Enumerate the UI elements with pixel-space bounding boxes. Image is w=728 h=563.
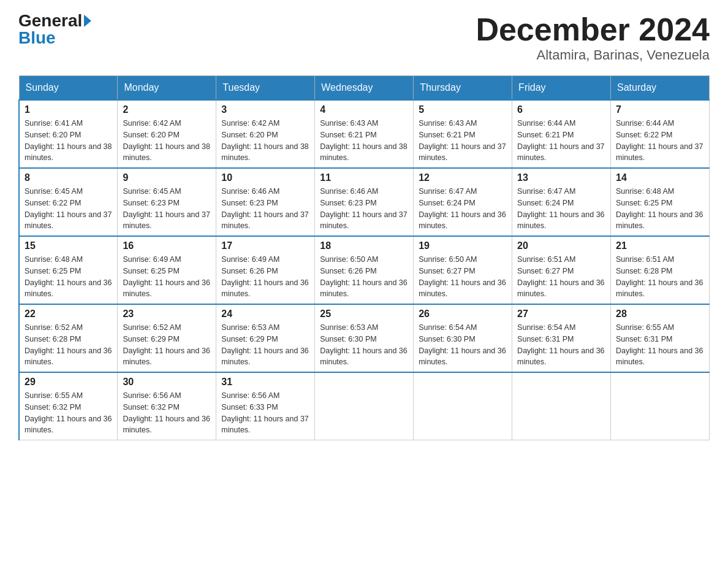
day-info: Sunrise: 6:48 AMSunset: 6:25 PMDaylight:… [616,186,704,232]
column-header-saturday: Saturday [611,76,710,101]
day-number: 6 [517,104,605,115]
day-number: 16 [123,240,211,251]
day-info: Sunrise: 6:41 AMSunset: 6:20 PMDaylight:… [25,118,112,164]
day-info: Sunrise: 6:55 AMSunset: 6:32 PMDaylight:… [25,390,112,436]
calendar-week-row: 22Sunrise: 6:52 AMSunset: 6:28 PMDayligh… [19,304,710,372]
calendar-cell: 22Sunrise: 6:52 AMSunset: 6:28 PMDayligh… [19,304,118,372]
day-number: 19 [419,240,507,251]
calendar-cell: 5Sunrise: 6:43 AMSunset: 6:21 PMDaylight… [414,100,512,168]
day-number: 2 [123,104,211,115]
day-info: Sunrise: 6:50 AMSunset: 6:27 PMDaylight:… [419,254,507,300]
day-info: Sunrise: 6:55 AMSunset: 6:31 PMDaylight:… [616,322,704,368]
column-header-friday: Friday [512,76,611,101]
calendar-header-row: SundayMondayTuesdayWednesdayThursdayFrid… [19,76,710,101]
calendar-cell: 27Sunrise: 6:54 AMSunset: 6:31 PMDayligh… [512,304,611,372]
day-info: Sunrise: 6:56 AMSunset: 6:32 PMDaylight:… [123,390,211,436]
day-info: Sunrise: 6:43 AMSunset: 6:21 PMDaylight:… [419,118,507,164]
day-number: 22 [25,308,112,320]
calendar-cell: 29Sunrise: 6:55 AMSunset: 6:32 PMDayligh… [19,372,118,440]
day-info: Sunrise: 6:45 AMSunset: 6:22 PMDaylight:… [25,186,112,232]
calendar-cell: 30Sunrise: 6:56 AMSunset: 6:32 PMDayligh… [118,372,216,440]
logo-general-text: General [18,12,82,29]
day-number: 7 [616,104,704,115]
day-number: 29 [25,377,112,388]
day-number: 30 [123,377,211,388]
day-info: Sunrise: 6:54 AMSunset: 6:30 PMDaylight:… [419,322,507,368]
day-number: 3 [221,104,309,115]
day-info: Sunrise: 6:53 AMSunset: 6:29 PMDaylight:… [221,322,309,368]
day-number: 5 [419,104,507,115]
calendar-cell: 19Sunrise: 6:50 AMSunset: 6:27 PMDayligh… [414,236,512,304]
calendar-cell: 13Sunrise: 6:47 AMSunset: 6:24 PMDayligh… [512,168,611,236]
calendar-cell: 18Sunrise: 6:50 AMSunset: 6:26 PMDayligh… [315,236,414,304]
day-info: Sunrise: 6:54 AMSunset: 6:31 PMDaylight:… [517,322,605,368]
day-number: 20 [517,240,605,251]
calendar-cell: 24Sunrise: 6:53 AMSunset: 6:29 PMDayligh… [216,304,315,372]
day-number: 28 [616,308,704,320]
day-info: Sunrise: 6:56 AMSunset: 6:33 PMDaylight:… [221,390,309,436]
day-info: Sunrise: 6:49 AMSunset: 6:26 PMDaylight:… [221,254,309,300]
day-number: 27 [517,308,605,320]
title-block: December 2024 Altamira, Barinas, Venezue… [476,12,710,63]
day-number: 8 [25,172,112,183]
day-info: Sunrise: 6:47 AMSunset: 6:24 PMDaylight:… [419,186,507,232]
day-info: Sunrise: 6:43 AMSunset: 6:21 PMDaylight:… [320,118,408,164]
calendar-cell: 4Sunrise: 6:43 AMSunset: 6:21 PMDaylight… [315,100,414,168]
day-info: Sunrise: 6:46 AMSunset: 6:23 PMDaylight:… [221,186,309,232]
day-info: Sunrise: 6:51 AMSunset: 6:28 PMDaylight:… [616,254,704,300]
calendar-week-row: 8Sunrise: 6:45 AMSunset: 6:22 PMDaylight… [19,168,710,236]
day-info: Sunrise: 6:44 AMSunset: 6:21 PMDaylight:… [517,118,605,164]
calendar-cell: 12Sunrise: 6:47 AMSunset: 6:24 PMDayligh… [414,168,512,236]
calendar-cell: 2Sunrise: 6:42 AMSunset: 6:20 PMDaylight… [118,100,216,168]
calendar-cell: 8Sunrise: 6:45 AMSunset: 6:22 PMDaylight… [19,168,118,236]
day-info: Sunrise: 6:44 AMSunset: 6:22 PMDaylight:… [616,118,704,164]
logo-arrow-icon [84,15,91,27]
calendar-cell: 28Sunrise: 6:55 AMSunset: 6:31 PMDayligh… [611,304,710,372]
day-number: 15 [25,240,112,251]
calendar-table: SundayMondayTuesdayWednesdayThursdayFrid… [18,75,710,440]
calendar-week-row: 1Sunrise: 6:41 AMSunset: 6:20 PMDaylight… [19,100,710,168]
calendar-cell: 21Sunrise: 6:51 AMSunset: 6:28 PMDayligh… [611,236,710,304]
column-header-tuesday: Tuesday [216,76,315,101]
page-header: General Blue December 2024 Altamira, Bar… [18,12,710,63]
calendar-cell [414,372,512,440]
logo-blue-text: Blue [18,29,56,47]
calendar-cell: 15Sunrise: 6:48 AMSunset: 6:25 PMDayligh… [19,236,118,304]
calendar-cell: 10Sunrise: 6:46 AMSunset: 6:23 PMDayligh… [216,168,315,236]
day-number: 24 [221,308,309,320]
calendar-cell: 16Sunrise: 6:49 AMSunset: 6:25 PMDayligh… [118,236,216,304]
day-info: Sunrise: 6:52 AMSunset: 6:29 PMDaylight:… [123,322,211,368]
day-info: Sunrise: 6:53 AMSunset: 6:30 PMDaylight:… [320,322,408,368]
day-number: 17 [221,240,309,251]
calendar-cell: 31Sunrise: 6:56 AMSunset: 6:33 PMDayligh… [216,372,315,440]
calendar-cell: 1Sunrise: 6:41 AMSunset: 6:20 PMDaylight… [19,100,118,168]
calendar-subtitle: Altamira, Barinas, Venezuela [476,47,710,63]
calendar-cell [611,372,710,440]
day-info: Sunrise: 6:52 AMSunset: 6:28 PMDaylight:… [25,322,112,368]
calendar-week-row: 29Sunrise: 6:55 AMSunset: 6:32 PMDayligh… [19,372,710,440]
calendar-cell: 7Sunrise: 6:44 AMSunset: 6:22 PMDaylight… [611,100,710,168]
calendar-cell: 20Sunrise: 6:51 AMSunset: 6:27 PMDayligh… [512,236,611,304]
day-info: Sunrise: 6:45 AMSunset: 6:23 PMDaylight:… [123,186,211,232]
day-number: 4 [320,104,408,115]
column-header-sunday: Sunday [19,76,118,101]
logo: General Blue [18,12,91,47]
day-number: 31 [221,377,309,388]
calendar-week-row: 15Sunrise: 6:48 AMSunset: 6:25 PMDayligh… [19,236,710,304]
calendar-cell [315,372,414,440]
day-number: 25 [320,308,408,320]
day-number: 13 [517,172,605,183]
day-info: Sunrise: 6:51 AMSunset: 6:27 PMDaylight:… [517,254,605,300]
day-info: Sunrise: 6:42 AMSunset: 6:20 PMDaylight:… [123,118,211,164]
calendar-cell: 26Sunrise: 6:54 AMSunset: 6:30 PMDayligh… [414,304,512,372]
day-info: Sunrise: 6:46 AMSunset: 6:23 PMDaylight:… [320,186,408,232]
column-header-thursday: Thursday [414,76,512,101]
day-number: 18 [320,240,408,251]
day-number: 12 [419,172,507,183]
calendar-cell: 9Sunrise: 6:45 AMSunset: 6:23 PMDaylight… [118,168,216,236]
day-info: Sunrise: 6:49 AMSunset: 6:25 PMDaylight:… [123,254,211,300]
day-number: 14 [616,172,704,183]
day-number: 9 [123,172,211,183]
calendar-title: December 2024 [476,12,710,47]
day-info: Sunrise: 6:48 AMSunset: 6:25 PMDaylight:… [25,254,112,300]
